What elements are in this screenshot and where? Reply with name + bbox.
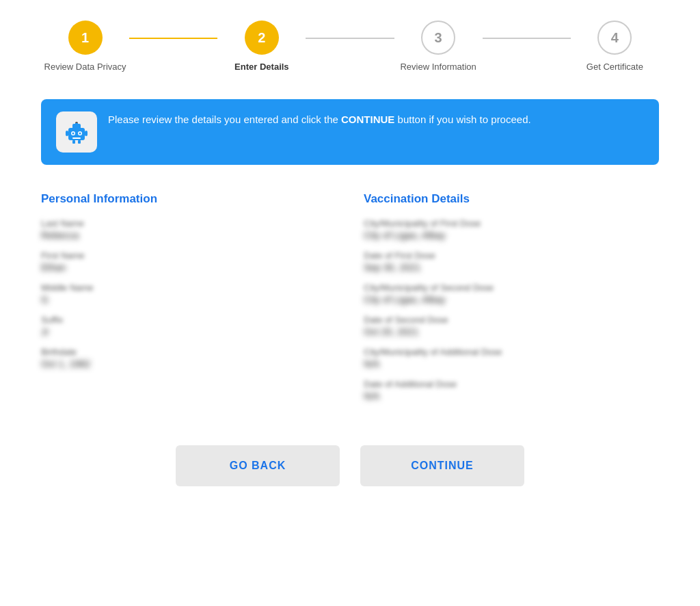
connector-1 <box>129 38 217 39</box>
first-dose-city-value: City of Ligao, Albay <box>364 230 659 241</box>
svg-rect-10 <box>85 131 88 136</box>
suffix-value: Jr <box>41 326 336 337</box>
additional-dose-date-value: N/A <box>364 391 659 401</box>
birthdate-value: Oct 1, 1982 <box>41 358 336 369</box>
continue-button[interactable]: CONTINUE <box>360 445 524 486</box>
connector-2 <box>306 38 394 39</box>
step-4-label: Get Certificate <box>587 62 643 72</box>
step-2: 2 Enter Details <box>217 21 306 72</box>
go-back-button[interactable]: GO BACK <box>176 445 340 486</box>
personal-info-title: Personal Information <box>41 192 336 206</box>
first-dose-date-value: Sep 30, 2021 <box>364 262 659 273</box>
step-1-label: Review Data Privacy <box>44 62 126 72</box>
stepper: 1 Review Data Privacy 2 Enter Details 3 … <box>41 21 659 72</box>
first-dose-city-label: City/Municipality of First Dose <box>364 218 659 228</box>
step-2-label: Enter Details <box>234 62 288 72</box>
additional-dose-city-value: N/A <box>364 358 659 369</box>
middle-name-value: G <box>41 294 336 305</box>
additional-dose-city-label: City/Municipality of Additional Dose <box>364 347 659 357</box>
button-row: GO BACK CONTINUE <box>41 445 659 486</box>
step-3-label: Review Information <box>400 62 476 72</box>
last-name-value: Rebecca <box>41 230 336 241</box>
svg-point-7 <box>79 133 81 135</box>
svg-point-6 <box>72 133 75 135</box>
suffix-label: Suffix <box>41 315 336 325</box>
robot-icon-wrapper <box>56 111 97 153</box>
connector-3 <box>483 38 571 39</box>
svg-rect-12 <box>78 140 81 144</box>
content-columns: Personal Information Last Name Rebecca F… <box>41 192 659 411</box>
vaccination-details-column: Vaccination Details City/Municipality of… <box>364 192 659 411</box>
second-dose-date-label: Date of Second Dose <box>364 315 659 325</box>
first-name-value: Ethan <box>41 262 336 273</box>
step-4: 4 Get Certificate <box>571 21 659 72</box>
robot-icon <box>63 118 90 146</box>
second-dose-city-label: City/Municipality of Second Dose <box>364 282 659 293</box>
info-box: Please review the details you entered an… <box>41 99 659 165</box>
svg-rect-9 <box>66 131 68 136</box>
last-name-label: Last Name <box>41 218 336 228</box>
birthdate-label: Birthdate <box>41 347 336 357</box>
step-3-circle: 3 <box>421 21 455 55</box>
personal-info-column: Personal Information Last Name Rebecca F… <box>41 192 336 411</box>
step-1-circle: 1 <box>68 21 103 55</box>
step-2-circle: 2 <box>245 21 279 55</box>
vaccination-details-title: Vaccination Details <box>364 192 659 206</box>
middle-name-label: Middle Name <box>41 282 336 293</box>
additional-dose-date-label: Date of Additional Dose <box>364 379 659 389</box>
first-name-label: First Name <box>41 250 336 261</box>
second-dose-date-value: Oct 20, 2021 <box>364 326 659 337</box>
info-message: Please review the details you entered an… <box>108 111 531 128</box>
step-4-circle: 4 <box>597 21 632 55</box>
second-dose-city-value: City of Ligao, Albay <box>364 294 659 305</box>
svg-rect-3 <box>75 123 78 126</box>
svg-rect-11 <box>72 140 75 144</box>
step-3: 3 Review Information <box>394 21 483 72</box>
svg-rect-8 <box>72 137 81 139</box>
continue-bold: CONTINUE <box>341 114 394 125</box>
step-1: 1 Review Data Privacy <box>41 21 129 72</box>
first-dose-date-label: Date of First Dose <box>364 250 659 261</box>
page-wrapper: 1 Review Data Privacy 2 Enter Details 3 … <box>0 0 700 606</box>
